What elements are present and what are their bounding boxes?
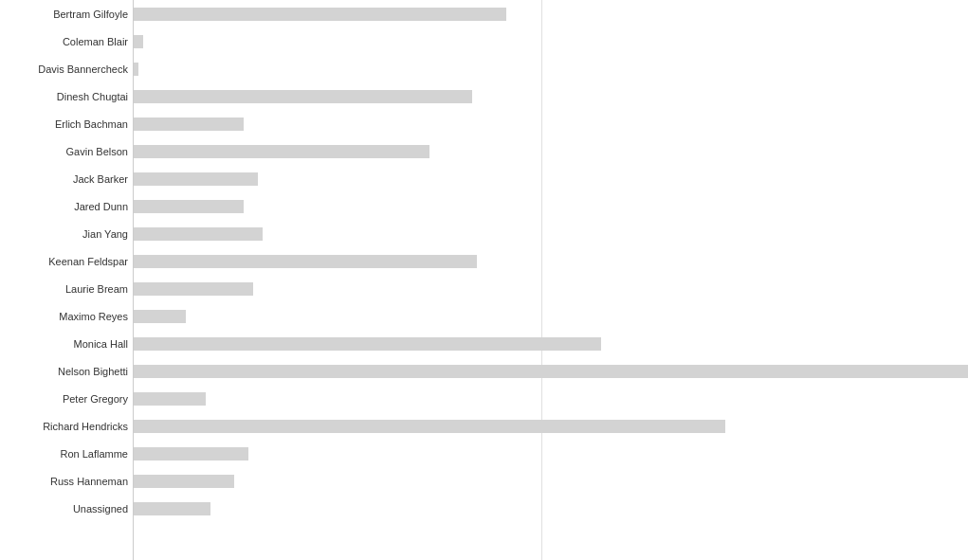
bar — [134, 35, 143, 48]
y-axis-label: Ron Laflamme — [0, 440, 133, 467]
bar-row — [134, 467, 968, 495]
chart-container: Bertram GilfoyleColeman BlairDavis Banne… — [0, 0, 968, 560]
bar-row — [134, 137, 968, 165]
bar — [134, 420, 725, 433]
y-axis-label: Erlich Bachman — [0, 110, 133, 137]
bar-row — [134, 55, 968, 82]
y-axis-label: Bertram Gilfoyle — [0, 0, 133, 27]
bar — [134, 227, 263, 241]
y-axis-label: Richard Hendricks — [0, 412, 133, 440]
y-axis-label: Maximo Reyes — [0, 302, 133, 330]
bar-row — [134, 247, 968, 275]
bar — [134, 63, 138, 76]
bar — [134, 255, 477, 268]
bar-row — [134, 27, 968, 55]
y-axis-label: Jian Yang — [0, 220, 133, 247]
bar-row — [134, 192, 968, 220]
bar — [134, 145, 429, 158]
y-axis-label: Laurie Bream — [0, 275, 133, 302]
y-axis-label: Unassigned — [0, 495, 133, 522]
y-axis-label: Gavin Belson — [0, 137, 133, 165]
y-axis-label: Coleman Blair — [0, 27, 133, 55]
bar — [134, 310, 186, 323]
bar-row — [134, 165, 968, 192]
bar-row — [134, 330, 968, 357]
bar — [134, 90, 472, 103]
bar — [134, 365, 968, 378]
bar — [134, 502, 210, 515]
bar-row — [134, 110, 968, 137]
y-axis: Bertram GilfoyleColeman BlairDavis Banne… — [0, 0, 133, 560]
bar-row — [134, 412, 968, 440]
y-axis-label: Jared Dunn — [0, 192, 133, 220]
y-axis-label: Dinesh Chugtai — [0, 82, 133, 110]
y-axis-label: Jack Barker — [0, 165, 133, 192]
plot-area — [133, 0, 968, 560]
bar — [134, 117, 244, 131]
y-axis-label: Keenan Feldspar — [0, 247, 133, 275]
y-axis-label: Russ Hanneman — [0, 467, 133, 495]
y-axis-label: Davis Bannercheck — [0, 55, 133, 82]
bar-row — [134, 302, 968, 330]
bar — [134, 337, 601, 351]
bar-row — [134, 0, 968, 27]
bar-row — [134, 495, 968, 522]
bar — [134, 282, 253, 296]
bar — [134, 8, 506, 21]
y-axis-label: Peter Gregory — [0, 385, 133, 412]
bar — [134, 172, 258, 186]
bar — [134, 447, 248, 461]
y-axis-label: Nelson Bighetti — [0, 357, 133, 385]
bar-row — [134, 385, 968, 412]
bar-row — [134, 82, 968, 110]
bar-row — [134, 440, 968, 467]
bar-row — [134, 357, 968, 385]
bar — [134, 392, 206, 406]
bar-row — [134, 220, 968, 247]
y-axis-label: Monica Hall — [0, 330, 133, 357]
bar — [134, 200, 244, 213]
bar-row — [134, 275, 968, 302]
bar — [134, 475, 234, 488]
